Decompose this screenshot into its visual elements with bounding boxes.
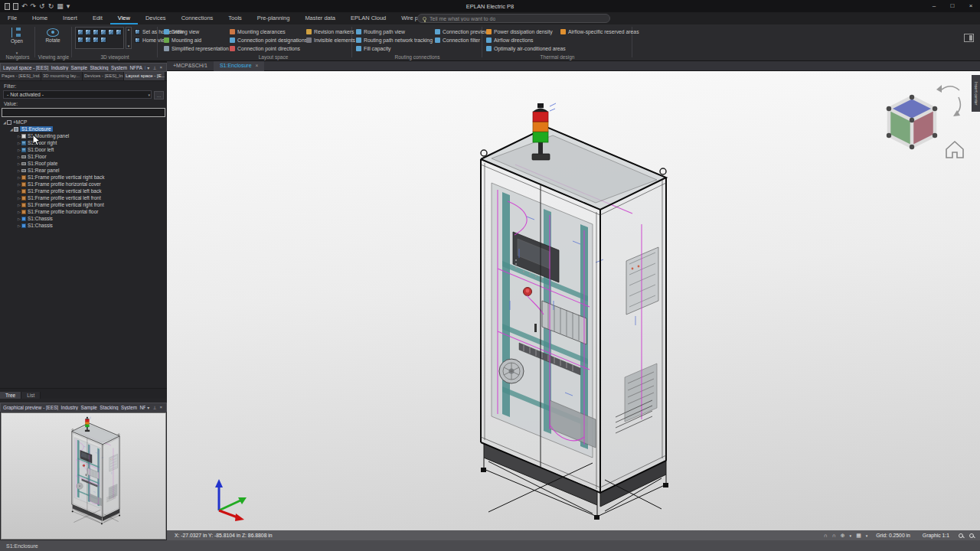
menu-view[interactable]: View [110, 12, 138, 24]
tree-item-frame-profile[interactable]: ▷ S1:Frame profile vertical left front [0, 194, 167, 201]
ribbon-display-options-icon[interactable] [964, 34, 974, 42]
drilling-view-button[interactable]: Drilling view [164, 28, 199, 35]
menu-eplan-cloud[interactable]: EPLAN Cloud [343, 12, 394, 24]
chevron-down-icon[interactable]: ▾ [866, 533, 868, 538]
filter-dropdown[interactable]: - Not activated - ▾ … [3, 90, 152, 99]
graphic-scale-indicator[interactable]: Graphic 1:1 [923, 533, 949, 538]
menu-connections[interactable]: Connections [174, 12, 221, 24]
rotate-button[interactable]: Rotate [37, 26, 69, 43]
preview-canvas[interactable] [1, 412, 166, 540]
search-input[interactable]: Tell me what you want to do [417, 14, 610, 23]
tree-item-chassis[interactable]: ▷ S1:Chassis [0, 215, 167, 222]
tree-item-rear-panel[interactable]: ▷ S1:Rear panel [0, 167, 167, 174]
group-label-thermal-design: Thermal design [482, 54, 632, 60]
tab-3d-mounting-layout[interactable]: 3D mounting lay... [41, 72, 83, 80]
scroll-down-icon[interactable]: ▼ [127, 44, 130, 48]
minimize-button[interactable]: – [925, 0, 943, 12]
snap-icon[interactable]: ∩ [824, 533, 828, 538]
maximize-button[interactable]: □ [943, 0, 962, 12]
menu-edit[interactable]: Edit [85, 12, 110, 24]
tab-schematic-page[interactable]: +MCP&SCH/1 [167, 61, 214, 71]
routing-path-view-icon [356, 29, 361, 34]
airflow-specific-reserved-areas-icon [560, 29, 566, 34]
fill-capacity-button[interactable]: Fill capacity [356, 44, 391, 52]
tree-item-door-left[interactable]: ▷ S1:Door left [0, 146, 167, 153]
menu-pre-planning[interactable]: Pre-planning [250, 12, 298, 24]
zoom-in-icon[interactable] [959, 533, 963, 538]
filter-more-button[interactable]: … [154, 91, 164, 99]
connection-preview-button[interactable]: Connection preview [435, 28, 488, 35]
menu-insert[interactable]: Insert [55, 12, 85, 24]
connection-filter-button[interactable]: Connection filter [435, 36, 480, 44]
mounting-clearances-button[interactable]: Mounting clearances [230, 28, 286, 35]
connection-point-designations-button[interactable]: Connection point designations [230, 36, 307, 44]
tree-item-floor[interactable]: ▷ S1:Floor [0, 153, 167, 160]
menu-file[interactable]: File [0, 12, 24, 24]
tree-item-frame-profile[interactable]: ▷ S1:Frame profile horizontal floor [0, 208, 167, 215]
open-navigator-button[interactable]: Open ▾ [1, 26, 33, 57]
dock-panel-header[interactable]: Layout space - [EES]_Industry_Sample_Sta… [0, 63, 167, 72]
tree-root-mcp[interactable]: ◢ +MCP [0, 119, 167, 126]
enclosure-3d-model[interactable] [481, 103, 668, 520]
tab-s1-enclosure[interactable]: S1:Enclosure× [214, 61, 264, 71]
home-view-icon[interactable] [946, 142, 963, 158]
menu-devices[interactable]: Devices [138, 12, 174, 24]
tab-layout-space[interactable]: Layout space - [E... [124, 72, 165, 80]
search-placeholder: Tell me what you want to do [430, 16, 495, 21]
optimally-air-conditioned-areas-button[interactable]: Optimally air-conditioned areas [486, 44, 566, 52]
panel-close-icon[interactable]: × [158, 65, 164, 70]
viewpoint-scrollbar[interactable]: ▲ ▼ [126, 27, 132, 49]
tab-list[interactable]: List [21, 392, 41, 399]
simplified-representation-button[interactable]: Simplified representation [164, 44, 229, 52]
power-dissipation-density-button[interactable]: Power dissipation density [486, 28, 553, 35]
routing-path-network-tracking-button[interactable]: Routing path network tracking [356, 36, 433, 44]
insert-center-tab[interactable]: Insert center [972, 75, 980, 112]
object-snap-icon[interactable]: ∩ [832, 533, 836, 538]
view-cube-body[interactable] [887, 95, 937, 149]
panel-menu-icon[interactable]: ▾ [145, 65, 151, 70]
panel-pin-icon[interactable]: ⊥ [151, 405, 158, 410]
tree-item-door-right[interactable]: ▷ S1:Door right [0, 139, 167, 146]
layers-icon[interactable]: ⊕ [841, 533, 845, 539]
tree-item-enclosure[interactable]: ◢ S1:Enclosure [0, 126, 167, 132]
invisible-elements-button[interactable]: Invisible elements [306, 36, 355, 44]
value-label: Value: [0, 99, 167, 107]
value-input[interactable] [2, 108, 165, 117]
tree-item-frame-profile[interactable]: ▷ S1:Frame profile vertical right front [0, 201, 167, 208]
panel-pin-icon[interactable]: ⊥ [151, 65, 158, 70]
viewpoint-cube-icon[interactable] [77, 29, 83, 35]
tab-pages[interactable]: Pages - [EES]_Ind... [0, 72, 41, 80]
menu-home[interactable]: Home [24, 12, 55, 24]
tree-item-frame-profile[interactable]: ▷ S1:Frame profile vertical right back [0, 174, 167, 181]
panel-close-icon[interactable]: × [158, 405, 164, 409]
mounting-aid-button[interactable]: Mounting aid [164, 36, 201, 44]
3d-viewport[interactable]: Insert center [167, 71, 980, 530]
airflow-specific-reserved-areas-button[interactable]: Airflow-specific reserved areas [560, 28, 639, 35]
viewpoint-cube-grid[interactable] [75, 27, 124, 49]
chevron-down-icon[interactable]: ▾ [850, 533, 852, 538]
connection-point-directions-button[interactable]: Connection point directions [230, 44, 300, 52]
tree-item-frame-profile[interactable]: ▷ S1:Frame profile horizontal cover [0, 181, 167, 187]
tree-item-mounting-panel[interactable]: ▷ S1:Mounting panel [0, 132, 167, 139]
revision-markers-button[interactable]: Revision markers [306, 28, 354, 35]
zoom-out-icon[interactable] [969, 533, 974, 538]
tab-tree[interactable]: Tree [0, 392, 21, 399]
grid-size-indicator[interactable]: Grid: 0.2500 in [876, 533, 910, 538]
airflow-directions-button[interactable]: Airflow directions [486, 36, 533, 44]
tab-devices[interactable]: Devices - [EES]_In... [83, 72, 124, 80]
close-button[interactable]: × [962, 0, 980, 12]
routing-path-view-button[interactable]: Routing path view [356, 28, 405, 35]
panel-menu-icon[interactable]: ▾ [145, 405, 151, 410]
rotate-view-arrows[interactable] [936, 85, 960, 116]
scroll-up-icon[interactable]: ▲ [127, 28, 130, 31]
tree-item-roof-plate[interactable]: ▷ S1:Roof plate [0, 160, 167, 167]
grid-toggle-icon[interactable]: ▦ [856, 533, 861, 539]
close-tab-icon[interactable]: × [256, 63, 259, 68]
tree-item-frame-profile[interactable]: ▷ S1:Frame profile vertical left back [0, 187, 167, 194]
menu-master-data[interactable]: Master data [297, 12, 343, 24]
preview-panel-header[interactable]: Graphical preview - [EES]_Industry_Sampl… [0, 403, 167, 412]
chassis-icon [21, 217, 26, 221]
tree-item-chassis[interactable]: ▷ S1:Chassis [0, 222, 167, 229]
view-cube[interactable] [877, 76, 969, 166]
menu-tools[interactable]: Tools [220, 12, 250, 24]
